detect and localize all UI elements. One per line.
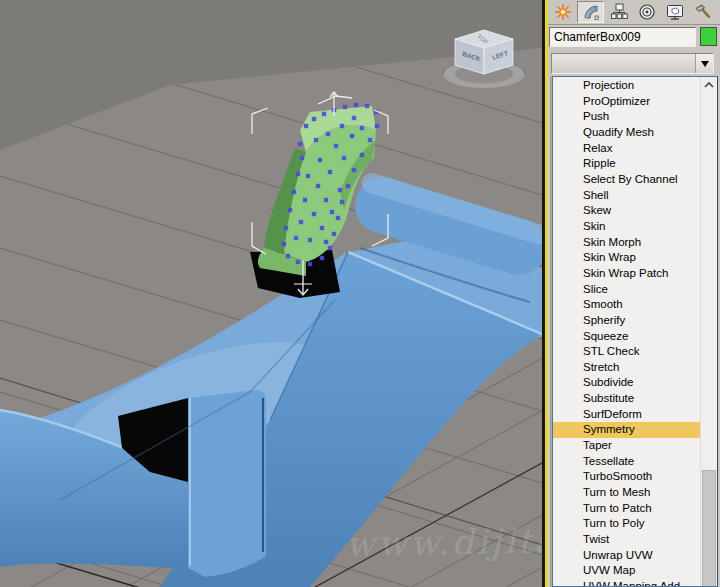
modifier-list-item-label: Projection	[583, 79, 634, 91]
command-panel: ChamferBox009 Projection ProOptimizer Pu…	[548, 0, 720, 587]
tab-display[interactable]	[661, 1, 688, 23]
modifier-list-item[interactable]: Shell	[553, 188, 701, 204]
watermark: www.dijitald	[345, 520, 542, 564]
modifier-list-item[interactable]: TurboSmooth	[553, 469, 701, 485]
tab-hierarchy[interactable]	[605, 1, 632, 23]
modifier-list-item[interactable]: Spherify	[553, 313, 701, 329]
modifier-list-item-label: Select By Channel	[583, 173, 678, 185]
modifier-list-item[interactable]: STL Check	[553, 344, 701, 360]
modifier-list-item[interactable]: SurfDeform	[553, 407, 701, 423]
modifier-list-item[interactable]: Projection	[553, 78, 701, 94]
viewport-3d[interactable]: www.dijitald	[0, 0, 542, 587]
modifier-list-item[interactable]: Quadify Mesh	[553, 125, 701, 141]
modifier-list-item-label: Taper	[583, 439, 612, 451]
modifier-list-item[interactable]: Slice	[553, 282, 701, 298]
modifier-list-item-label: Shell	[583, 189, 609, 201]
modifier-list-item-label: Smooth	[583, 298, 623, 310]
modifier-list-item-label: Twist	[583, 533, 609, 545]
tab-modify[interactable]	[577, 1, 604, 23]
modifier-list-item[interactable]: Turn to Patch	[553, 501, 701, 517]
command-panel-tabs	[548, 0, 720, 25]
tab-utilities[interactable]	[689, 1, 716, 23]
modifier-list-item[interactable]: Skew	[553, 203, 701, 219]
modifier-list-item[interactable]: Turn to Mesh	[553, 485, 701, 501]
modifier-list-item[interactable]: Turn to Poly	[553, 516, 701, 532]
modifier-list-item[interactable]: Relax	[553, 141, 701, 157]
modifier-list-item[interactable]: Twist	[553, 532, 701, 548]
modifier-list-item[interactable]: UVW Mapping Add	[553, 579, 701, 587]
modifier-list-item-label: TurboSmooth	[583, 470, 652, 482]
modifier-list-item-label: Substitute	[583, 392, 634, 404]
modifier-list-item-label: Turn to Patch	[583, 502, 652, 514]
modifier-list-combobox[interactable]	[551, 53, 714, 74]
modifier-list-item[interactable]: ProOptimizer	[553, 94, 701, 110]
display-icon	[666, 3, 684, 21]
modifier-list-item[interactable]: Smooth	[553, 297, 701, 313]
modifier-list-item-label: Skin	[583, 220, 605, 232]
modifier-list-item[interactable]: Skin	[553, 219, 701, 235]
modifier-list-item-label: Skew	[583, 204, 611, 216]
modifier-list-item-label: Symmetry	[583, 423, 635, 435]
modifier-list-item[interactable]: Stretch	[553, 360, 701, 376]
starburst-icon	[554, 3, 572, 21]
modifier-list-item[interactable]: Unwrap UVW	[553, 548, 701, 564]
modifier-list-item[interactable]: Push	[553, 109, 701, 125]
modifier-list-item-label: Skin Wrap Patch	[583, 267, 668, 279]
modifier-list-item[interactable]: Ripple	[553, 156, 701, 172]
modifier-list-item[interactable]: Squeeze	[553, 329, 701, 345]
tab-motion[interactable]	[633, 1, 660, 23]
hierarchy-icon	[610, 3, 628, 21]
hammer-icon	[694, 3, 712, 21]
modifier-list-item[interactable]: Skin Morph	[553, 235, 701, 251]
object-color-swatch[interactable]	[700, 27, 717, 46]
modifier-list-item-label: UVW Map	[583, 564, 635, 576]
scrollbar-up-button[interactable]	[701, 77, 717, 93]
modifier-list-item-label: Tessellate	[583, 455, 634, 467]
modifier-list-item-label: ProOptimizer	[583, 95, 650, 107]
modifier-list-item-label: Skin Wrap	[583, 251, 636, 263]
modifier-list-item-label: Relax	[583, 142, 612, 154]
modifier-list-item-label: Ripple	[583, 157, 616, 169]
modifier-list-item-label: STL Check	[583, 345, 639, 357]
modifier-list-item-label: Squeeze	[583, 330, 628, 342]
modifier-list-item-label: Turn to Poly	[583, 517, 645, 529]
modifier-list-item[interactable]: Skin Wrap	[553, 250, 701, 266]
modifier-list-item-label: Push	[583, 110, 609, 122]
modifier-list-item-label: Skin Morph	[583, 236, 641, 248]
application-window: www.dijitald	[0, 0, 720, 587]
modifier-list-item[interactable]: Skin Wrap Patch	[553, 266, 701, 282]
modifier-list-item-label: UVW Mapping Add	[583, 580, 680, 587]
dropdown-scrollbar[interactable]	[700, 77, 717, 586]
modifier-list-item-label: Quadify Mesh	[583, 126, 654, 138]
modifier-list-item[interactable]: UVW Map	[553, 563, 701, 579]
modifier-list-item-label: SurfDeform	[583, 408, 642, 420]
modifier-list-item-label: Spherify	[583, 314, 625, 326]
scrollbar-thumb[interactable]	[702, 470, 716, 587]
modifier-list-item-label: Stretch	[583, 361, 619, 373]
view-cube[interactable]: BACK LEFT TOP	[443, 30, 525, 88]
tab-create[interactable]	[549, 1, 576, 23]
modifier-list-item-label: Slice	[583, 283, 608, 295]
modifier-list: Projection ProOptimizer Push Quadify Mes…	[553, 78, 701, 587]
arc-icon	[582, 3, 600, 21]
chevron-up-icon	[703, 81, 715, 89]
modifier-list-item-label: Turn to Mesh	[583, 486, 650, 498]
motion-icon	[638, 3, 656, 21]
sofa-cushion-block	[188, 390, 266, 577]
modifier-list-item[interactable]: Symmetry	[553, 422, 701, 438]
modifier-list-item[interactable]: Tessellate	[553, 454, 701, 470]
object-name-input[interactable]: ChamferBox009	[549, 27, 696, 47]
modifier-list-item[interactable]: Subdivide	[553, 375, 701, 391]
modifier-list-item-label: Subdivide	[583, 376, 634, 388]
chevron-down-icon	[701, 61, 709, 71]
modifier-list-item-label: Unwrap UVW	[583, 549, 653, 561]
combobox-dropdown-button[interactable]	[695, 54, 713, 73]
modifier-dropdown-popup: Projection ProOptimizer Push Quadify Mes…	[552, 76, 718, 587]
modifier-list-item[interactable]: Substitute	[553, 391, 701, 407]
modifier-list-item[interactable]: Select By Channel	[553, 172, 701, 188]
modifier-list-item[interactable]: Taper	[553, 438, 701, 454]
